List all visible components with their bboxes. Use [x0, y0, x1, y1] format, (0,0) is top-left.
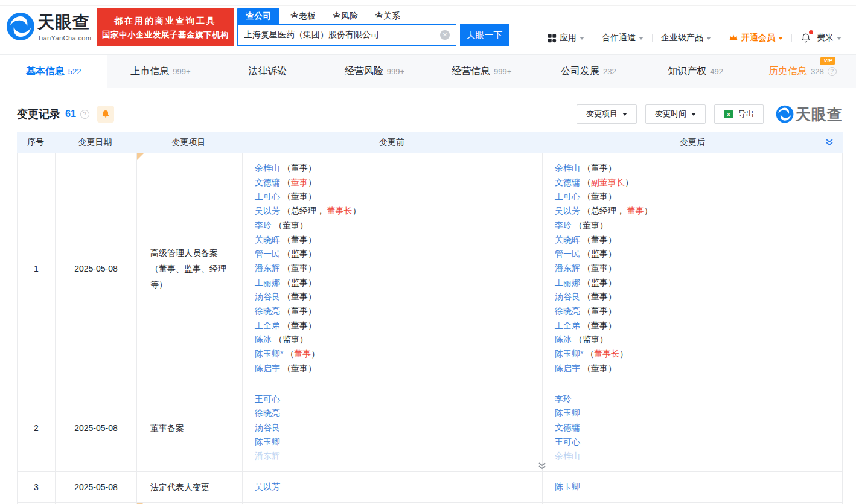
role-text: （董事）: [580, 363, 616, 373]
person-link[interactable]: 汤谷良: [555, 292, 580, 301]
person-link[interactable]: 吴以芳: [255, 482, 280, 491]
person-link[interactable]: 管一民: [255, 249, 280, 258]
person-link[interactable]: 陈冰: [255, 334, 272, 344]
clear-search-icon[interactable]: ✕: [440, 30, 450, 40]
tab-listing[interactable]: 上市信息999+: [107, 55, 214, 88]
person-link[interactable]: 余梓山: [555, 451, 580, 461]
person-link[interactable]: 汤谷良: [255, 423, 280, 432]
person-link[interactable]: 潘东辉: [555, 263, 580, 273]
search-tab-company[interactable]: 查公司: [237, 8, 279, 24]
person-link[interactable]: 陈启宇: [255, 363, 280, 373]
table-header-row: 序号变更日期变更项目变更前变更后: [17, 132, 843, 153]
change-time-filter-button[interactable]: 变更时间: [645, 104, 706, 124]
person-link[interactable]: 王全弟: [555, 321, 580, 330]
person-link[interactable]: 徐晓亮: [255, 306, 280, 316]
nav-notifications[interactable]: [799, 33, 816, 43]
nav-user[interactable]: 费米: [816, 33, 843, 43]
subscribe-bell-button[interactable]: [97, 106, 114, 123]
person-link[interactable]: 陈玉卿: [555, 408, 580, 418]
person-link[interactable]: 陈冰: [555, 334, 572, 344]
person-link[interactable]: 王全弟: [255, 321, 280, 330]
person-link[interactable]: 文德镛: [255, 177, 280, 187]
person-link[interactable]: 王丽娜: [255, 278, 280, 287]
change-item-filter-button[interactable]: 变更项目: [577, 104, 637, 124]
person-link[interactable]: 陈玉卿: [555, 482, 580, 491]
person-link[interactable]: 王丽娜: [555, 278, 580, 287]
role-text: （董事）: [580, 306, 616, 316]
role-text: ）: [644, 206, 653, 215]
expand-row-icon[interactable]: [537, 461, 547, 471]
person-link[interactable]: 李玲: [555, 394, 572, 404]
person-line: 李玲 （董事）: [555, 219, 830, 233]
role-text: （: [280, 177, 291, 187]
person-link[interactable]: 汤谷良: [255, 292, 280, 301]
role-text: （总经理，: [280, 206, 325, 215]
svg-text:X: X: [727, 111, 731, 118]
tab-ip[interactable]: 知识产权492: [642, 55, 749, 88]
nav-label: 合作通道: [602, 33, 636, 43]
person-link[interactable]: 余梓山: [555, 163, 580, 173]
tab-label: 历史信息: [768, 65, 807, 78]
person-link[interactable]: 吴以芳: [555, 206, 580, 215]
person-link[interactable]: 王可心: [555, 437, 580, 447]
cell-seq: 3: [18, 472, 55, 502]
search-tab-risk[interactable]: 查风险: [324, 8, 366, 24]
nav-separator: [720, 34, 720, 42]
search-input-wrap: ✕: [237, 24, 456, 46]
person-link[interactable]: 管一民: [555, 249, 580, 258]
tab-development[interactable]: 公司发展232: [535, 55, 642, 88]
search-tab-boss[interactable]: 查老板: [282, 8, 324, 24]
search-button[interactable]: 天眼一下: [460, 24, 509, 46]
nav-enterprise-products[interactable]: 企业级产品: [660, 33, 712, 43]
chevron-down-icon: [691, 113, 696, 116]
person-link[interactable]: 陈玉卿: [255, 437, 280, 447]
person-link[interactable]: 徐晓亮: [255, 408, 280, 418]
cell-change-after: 余梓山 （董事）文德镛 （副董事长）王可心 （董事）吴以芳 （总经理， 董事）李…: [542, 153, 842, 384]
person-line: 陈玉卿: [255, 435, 530, 450]
role-text-highlight: 董事长: [325, 206, 353, 215]
person-link[interactable]: 吴以芳: [255, 206, 280, 215]
person-link[interactable]: 王可心: [555, 191, 580, 201]
person-link[interactable]: 陈玉卿*: [255, 349, 283, 359]
tab-basic[interactable]: 基本信息522: [0, 55, 107, 88]
search-input[interactable]: [244, 30, 440, 40]
tab-operating-risk[interactable]: 经营风险999+: [321, 55, 428, 88]
tab-lawsuit[interactable]: 法律诉讼: [214, 55, 321, 88]
nav-apps[interactable]: 应用: [546, 33, 586, 43]
person-link[interactable]: 关晓晖: [555, 235, 580, 244]
nav-vip[interactable]: 开通会员: [727, 33, 784, 43]
person-link[interactable]: 文德镛: [555, 177, 580, 187]
person-link[interactable]: 潘东辉: [255, 451, 280, 461]
person-link[interactable]: 李玲: [255, 220, 272, 230]
cell-seq: 1: [18, 153, 55, 384]
person-link[interactable]: 王可心: [255, 394, 280, 404]
collapse-all-icon[interactable]: [825, 138, 834, 147]
role-text: （董事）: [272, 220, 308, 230]
person-line: 陈玉卿* （董事长）: [555, 347, 830, 362]
role-text: ）: [625, 177, 633, 187]
tianyancha-logo[interactable]: 天眼查 TianYanCha.com: [6, 11, 91, 42]
person-link[interactable]: 陈玉卿*: [555, 349, 583, 359]
help-icon[interactable]: ?: [828, 67, 837, 76]
tianyancha-watermark-icon: [776, 105, 794, 123]
person-link[interactable]: 徐晓亮: [555, 306, 580, 316]
person-link[interactable]: 李玲: [555, 220, 572, 230]
watermark-text: 天眼查: [796, 104, 843, 124]
tab-operating-info[interactable]: 经营信息999+: [428, 55, 535, 88]
nav-cooperation[interactable]: 合作通道: [601, 33, 645, 43]
person-link[interactable]: 文德镛: [555, 423, 580, 432]
slogan-badge: 都在用的商业查询工具 国家中小企业发展子基金旗下机构: [97, 8, 234, 46]
tab-history[interactable]: 历史信息328?VIP: [749, 55, 856, 88]
chevron-down-icon: [778, 37, 783, 40]
watermark-logo: 天眼查: [776, 104, 843, 124]
role-text-highlight: 董事: [625, 206, 644, 215]
person-link[interactable]: 余梓山: [255, 163, 280, 173]
export-button[interactable]: X 导出: [714, 104, 764, 124]
person-link[interactable]: 陈启宇: [555, 363, 580, 373]
notification-dot: [809, 30, 813, 34]
person-link[interactable]: 关晓晖: [255, 235, 280, 244]
person-link[interactable]: 王可心: [255, 191, 280, 201]
person-link[interactable]: 潘东辉: [255, 263, 280, 273]
search-tab-relation[interactable]: 查关系: [366, 8, 409, 24]
help-icon[interactable]: ?: [80, 110, 89, 119]
